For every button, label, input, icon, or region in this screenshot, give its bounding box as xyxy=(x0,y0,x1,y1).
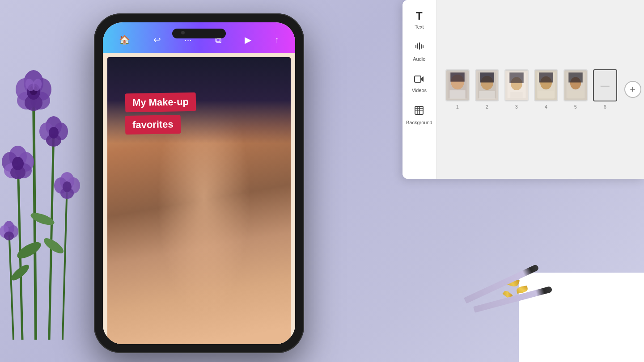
svg-rect-50 xyxy=(450,72,464,81)
share-icon[interactable]: ↑ xyxy=(271,33,283,47)
slide-3-number: 3 xyxy=(515,104,518,109)
phone-notch xyxy=(172,29,226,38)
play-icon[interactable]: ▶ xyxy=(241,33,255,47)
add-slide-button[interactable]: + xyxy=(624,81,641,98)
svg-rect-41 xyxy=(415,106,423,114)
svg-line-3 xyxy=(63,183,67,340)
svg-point-39 xyxy=(4,232,14,240)
text-tool-icon: T xyxy=(416,10,423,22)
svg-point-8 xyxy=(42,236,66,256)
phone-mockup: 🏠 ↩ ··· ⧉ ▶ ↑ xyxy=(94,13,304,353)
slide-2-image xyxy=(476,69,498,101)
home-icon[interactable]: 🏠 xyxy=(115,33,134,47)
slide-2[interactable]: 2 xyxy=(475,69,499,109)
slide-4-thumbnail xyxy=(534,69,558,101)
slide-4-image xyxy=(535,69,557,101)
svg-line-4 xyxy=(9,228,13,340)
phone-camera xyxy=(181,31,185,34)
slide-6-number: 6 xyxy=(604,104,606,109)
phone-screen: 🏠 ↩ ··· ⧉ ▶ ↑ xyxy=(103,22,295,344)
sidebar-tool-text[interactable]: T Text xyxy=(402,4,436,36)
slide-3[interactable]: 3 xyxy=(504,69,529,109)
sidebar-tool-audio[interactable]: Audio xyxy=(402,36,436,68)
background-tool-icon xyxy=(414,105,424,118)
slide-6-thumbnail: — xyxy=(593,69,617,101)
slide-4[interactable]: 4 xyxy=(534,69,558,109)
slide-3-thumbnail xyxy=(504,69,529,101)
videos-tool-icon xyxy=(414,74,424,86)
slide-1-thumbnail xyxy=(445,69,470,101)
audio-tool-icon xyxy=(414,42,424,55)
slide-3-image xyxy=(505,69,528,101)
slide-5[interactable]: 5 xyxy=(564,69,588,109)
svg-rect-49 xyxy=(449,90,465,99)
svg-rect-40 xyxy=(415,76,421,82)
editor-main: 1 2 xyxy=(436,0,644,179)
phone-body: 🏠 ↩ ··· ⧉ ▶ ↑ xyxy=(94,13,304,353)
svg-rect-65 xyxy=(539,72,553,82)
phone-canvas: My Make-up favorites xyxy=(103,53,295,344)
svg-rect-55 xyxy=(480,72,494,82)
sidebar-tool-background[interactable]: Background xyxy=(402,99,436,131)
svg-line-1 xyxy=(49,130,54,340)
canvas-text-1[interactable]: My Make-up xyxy=(125,93,196,113)
svg-rect-59 xyxy=(510,92,523,98)
svg-point-30 xyxy=(49,127,59,139)
slide-2-thumbnail xyxy=(475,69,499,101)
videos-tool-label: Videos xyxy=(412,88,427,93)
slide-5-number: 5 xyxy=(574,104,577,109)
svg-point-25 xyxy=(12,157,24,170)
slide-2-number: 2 xyxy=(486,104,488,109)
slide-4-number: 4 xyxy=(545,104,547,109)
svg-rect-70 xyxy=(568,72,582,82)
editor-sidebar: T Text Audio Videos xyxy=(402,0,436,179)
slide-5-image xyxy=(564,69,587,101)
add-slide-icon: + xyxy=(630,84,636,95)
svg-rect-69 xyxy=(568,91,583,99)
editor-panel: T Text Audio Videos xyxy=(402,0,644,179)
notepad-decoration xyxy=(519,273,644,362)
slide-6[interactable]: — 6 xyxy=(593,69,617,109)
slide-1[interactable]: 1 xyxy=(445,69,470,109)
undo-icon[interactable]: ↩ xyxy=(150,33,165,47)
audio-tool-label: Audio xyxy=(413,56,425,62)
slide-1-image xyxy=(446,69,469,101)
background-tool-label: Background xyxy=(406,120,432,125)
text-tool-label: Text xyxy=(415,24,424,29)
canvas-text-2[interactable]: favorites xyxy=(125,115,181,135)
slide-5-thumbnail xyxy=(564,69,588,101)
sidebar-tool-videos[interactable]: Videos xyxy=(402,68,436,99)
svg-rect-60 xyxy=(509,72,523,83)
slides-strip: 1 2 xyxy=(436,0,644,179)
slide-1-number: 1 xyxy=(456,104,459,109)
svg-rect-54 xyxy=(479,91,495,99)
svg-point-35 xyxy=(63,181,72,192)
svg-rect-64 xyxy=(538,91,554,99)
